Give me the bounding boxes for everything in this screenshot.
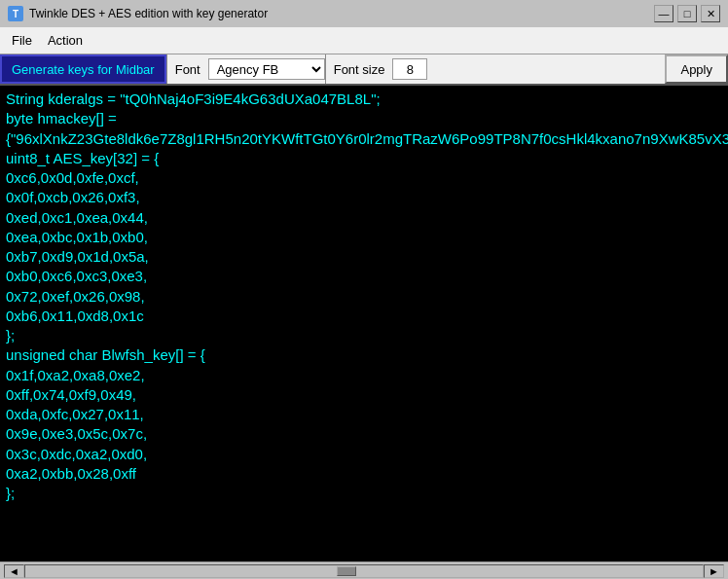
minimize-button[interactable]: — bbox=[654, 5, 673, 22]
menu-file[interactable]: File bbox=[4, 27, 40, 54]
horizontal-scrollbar[interactable] bbox=[24, 564, 704, 578]
font-size-label: Font size bbox=[326, 54, 393, 84]
generate-keys-button[interactable]: Generate keys for Midbar bbox=[0, 54, 166, 84]
toolbar: Generate keys for Midbar Font Agency FB … bbox=[0, 54, 728, 86]
title-bar: T Twinkle DES + AES edition with key gen… bbox=[0, 0, 728, 27]
scroll-right-btn[interactable]: ► bbox=[704, 564, 724, 578]
apply-button[interactable]: Apply bbox=[665, 54, 728, 84]
code-editor[interactable]: String kderalgs = "tQ0hNaj4oF3i9E4kG63dU… bbox=[0, 86, 728, 561]
font-label: Font bbox=[167, 54, 208, 84]
scroll-left-btn[interactable]: ◄ bbox=[4, 564, 24, 578]
app-icon: T bbox=[8, 6, 23, 21]
window-controls[interactable]: — □ ✕ bbox=[654, 5, 720, 22]
window-title: Twinkle DES + AES edition with key gener… bbox=[29, 7, 268, 20]
close-button[interactable]: ✕ bbox=[701, 5, 720, 22]
scroll-thumb bbox=[337, 566, 356, 576]
maximize-button[interactable]: □ bbox=[677, 5, 697, 22]
code-content: String kderalgs = "tQ0hNaj4oF3i9E4kG63dU… bbox=[6, 90, 728, 503]
font-size-input[interactable] bbox=[392, 58, 427, 80]
font-selector[interactable]: Agency FB Arial Courier New Consolas bbox=[208, 58, 325, 80]
title-bar-left: T Twinkle DES + AES edition with key gen… bbox=[8, 6, 268, 21]
status-bar: ◄ ► bbox=[0, 561, 728, 579]
menu-bar: File Action bbox=[0, 27, 728, 54]
menu-action[interactable]: Action bbox=[40, 27, 91, 54]
